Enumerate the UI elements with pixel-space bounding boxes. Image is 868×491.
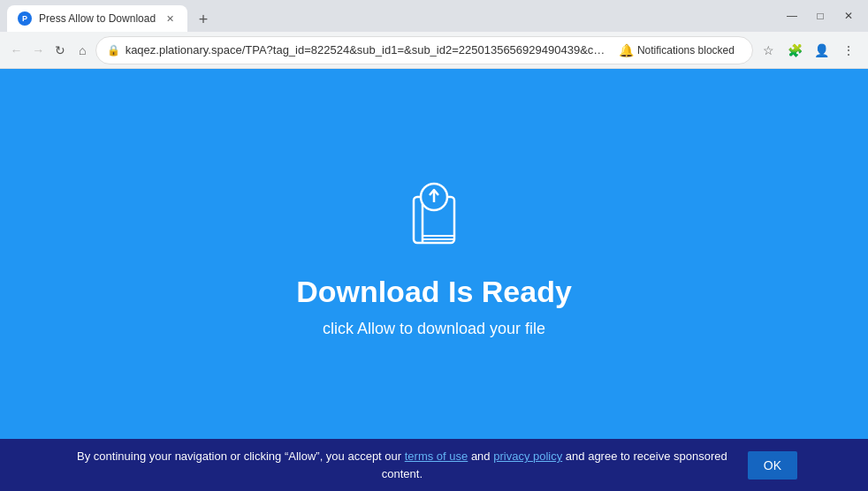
tab-strip: P Press Allow to Download ✕ +: [7, 0, 780, 32]
notifications-blocked-badge[interactable]: 🔔 Notifications blocked: [612, 42, 742, 59]
toolbar-icons: ☆ 🧩 👤 ⋮: [757, 38, 861, 63]
download-subheading: click Allow to download your file: [323, 320, 545, 338]
address-bar[interactable]: 🔒 kaqez.plationary.space/TPA?tag_id=8225…: [95, 36, 753, 64]
profile-icon: 👤: [814, 43, 829, 57]
tab-close-button[interactable]: ✕: [163, 11, 177, 26]
toolbar: ← → ↻ ⌂ 🔒 kaqez.plationary.space/TPA?tag…: [0, 32, 868, 69]
download-book-icon: [394, 170, 474, 250]
profile-button[interactable]: 👤: [810, 38, 834, 63]
maximize-button[interactable]: □: [808, 4, 833, 28]
bookmark-star-button[interactable]: ☆: [757, 38, 781, 63]
lock-icon: 🔒: [107, 44, 120, 57]
puzzle-icon: 🧩: [788, 43, 803, 57]
back-button[interactable]: ←: [7, 36, 26, 64]
tab-title: Press Allow to Download: [39, 12, 156, 25]
bell-icon: 🔔: [619, 43, 634, 57]
reload-button[interactable]: ↻: [51, 36, 70, 64]
close-button[interactable]: ✕: [836, 4, 861, 28]
active-tab[interactable]: P Press Allow to Download ✕: [7, 5, 187, 32]
footer-text-before-terms: By continuing your navigation or clickin…: [77, 449, 405, 463]
extensions-button[interactable]: 🧩: [783, 38, 808, 63]
privacy-policy-link[interactable]: privacy policy: [493, 449, 562, 463]
title-bar: P Press Allow to Download ✕ + — □ ✕: [0, 0, 868, 32]
footer-text: By continuing your navigation or clickin…: [71, 448, 734, 482]
address-text: kaqez.plationary.space/TPA?tag_id=822524…: [126, 43, 606, 57]
minimize-button[interactable]: —: [780, 4, 804, 28]
menu-button[interactable]: ⋮: [836, 38, 861, 63]
download-heading: Download Is Ready: [296, 275, 572, 309]
home-button[interactable]: ⌂: [73, 36, 92, 64]
page-content: Download Is Ready click Allow to downloa…: [0, 69, 868, 439]
download-icon-wrapper: [394, 170, 474, 253]
terms-of-use-link[interactable]: terms of use: [405, 449, 468, 463]
footer-bar: By continuing your navigation or clickin…: [0, 439, 868, 491]
new-tab-button[interactable]: +: [191, 7, 216, 32]
ok-button[interactable]: OK: [748, 451, 797, 480]
footer-text-between: and: [468, 449, 493, 463]
forward-button[interactable]: →: [29, 36, 48, 64]
window-controls: — □ ✕: [780, 4, 861, 28]
browser-window: P Press Allow to Download ✕ + — □ ✕ ←: [0, 0, 868, 491]
tab-favicon: P: [18, 11, 32, 26]
